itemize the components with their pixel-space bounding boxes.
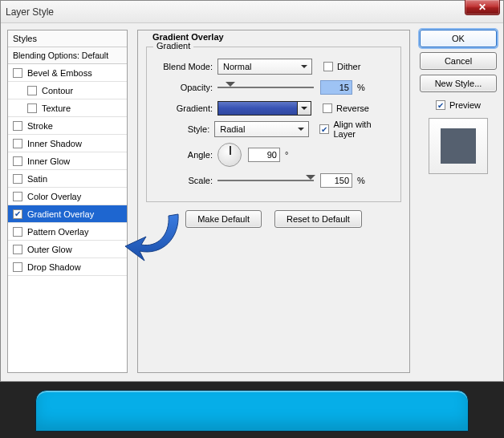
scale-unit: % xyxy=(357,176,365,185)
style-select[interactable]: Radial xyxy=(214,121,309,137)
style-row-stroke[interactable]: Stroke xyxy=(8,117,127,135)
reverse-label: Reverse xyxy=(336,103,369,113)
blend-mode-value: Normal xyxy=(223,62,251,71)
close-button[interactable]: ✕ xyxy=(465,0,500,15)
reverse-checkbox[interactable] xyxy=(323,103,332,113)
blending-options-row[interactable]: Blending Options: Default xyxy=(8,47,127,64)
style-checkbox[interactable] xyxy=(13,174,22,184)
styles-panel: Styles Blending Options: Default Bevel &… xyxy=(7,30,128,373)
style-row-inner-shadow[interactable]: Inner Shadow xyxy=(8,135,127,152)
blend-mode-select[interactable]: Normal xyxy=(217,59,312,75)
gradient-dropdown[interactable] xyxy=(297,101,311,116)
style-row-contour[interactable]: Contour xyxy=(8,82,127,99)
styles-header[interactable]: Styles xyxy=(8,30,127,47)
label-blend-mode: Blend Mode: xyxy=(155,62,217,71)
preview-label: Preview xyxy=(449,100,481,110)
dither-checkbox[interactable] xyxy=(323,62,333,71)
ok-button[interactable]: OK xyxy=(420,30,497,47)
preview-checkbox[interactable] xyxy=(436,100,445,110)
label-style: Style: xyxy=(155,124,214,134)
angle-unit: ° xyxy=(285,150,288,160)
preview-thumb xyxy=(441,128,476,164)
window-title: Layer Style xyxy=(6,6,54,18)
new-style-button[interactable]: New Style... xyxy=(420,75,497,92)
style-checkbox[interactable] xyxy=(13,262,22,272)
make-default-button[interactable]: Make Default xyxy=(185,210,262,228)
style-checkbox[interactable] xyxy=(13,121,22,131)
align-checkbox[interactable] xyxy=(319,124,329,134)
style-row-drop-shadow[interactable]: Drop Shadow xyxy=(8,258,127,276)
style-checkbox[interactable] xyxy=(13,68,22,78)
label-angle: Angle: xyxy=(155,150,217,160)
style-label: Satin xyxy=(27,174,47,184)
style-row-gradient-overlay[interactable]: Gradient Overlay xyxy=(8,205,127,223)
style-row-color-overlay[interactable]: Color Overlay xyxy=(8,188,127,205)
gradient-fieldset: Gradient Blend Mode: Normal Dither Opaci… xyxy=(146,47,401,202)
style-row-satin[interactable]: Satin xyxy=(8,170,127,188)
style-label: Inner Shadow xyxy=(27,139,82,148)
scale-slider[interactable] xyxy=(217,174,314,187)
settings-panel: Gradient Overlay Gradient Blend Mode: No… xyxy=(137,30,410,373)
style-label: Color Overlay xyxy=(27,192,81,201)
titlebar: Layer Style ✕ xyxy=(1,1,503,23)
style-row-inner-glow[interactable]: Inner Glow xyxy=(8,152,127,170)
style-checkbox[interactable] xyxy=(13,245,22,254)
style-label: Stroke xyxy=(27,121,53,131)
opacity-input[interactable]: 15 xyxy=(320,80,352,95)
scale-input[interactable]: 150 xyxy=(320,173,352,188)
angle-dial[interactable] xyxy=(217,143,242,167)
style-checkbox[interactable] xyxy=(27,86,37,95)
style-label: Outer Glow xyxy=(27,245,72,254)
style-row-pattern-overlay[interactable]: Pattern Overlay xyxy=(8,223,127,241)
opacity-unit: % xyxy=(357,83,365,92)
align-label: Align with Layer xyxy=(333,120,392,139)
style-label: Pattern Overlay xyxy=(27,227,88,237)
style-checkbox[interactable] xyxy=(13,209,22,219)
style-label: Texture xyxy=(42,103,71,113)
gradient-swatch[interactable] xyxy=(217,101,298,116)
style-checkbox[interactable] xyxy=(13,156,22,166)
preview-box xyxy=(429,118,488,174)
style-value: Radial xyxy=(220,124,245,134)
reset-default-button[interactable]: Reset to Default xyxy=(274,210,362,228)
style-row-outer-glow[interactable]: Outer Glow xyxy=(8,241,127,258)
style-label: Contour xyxy=(42,86,73,95)
label-opacity: Opacity: xyxy=(155,83,217,92)
label-gradient: Gradient: xyxy=(155,103,217,113)
style-label: Inner Glow xyxy=(27,156,70,166)
right-column: OK Cancel New Style... Preview xyxy=(420,30,497,373)
style-label: Gradient Overlay xyxy=(27,209,94,219)
style-checkbox[interactable] xyxy=(13,139,22,148)
style-row-bevel-emboss[interactable]: Bevel & Emboss xyxy=(8,64,127,82)
fieldset-title: Gradient xyxy=(153,41,193,51)
style-checkbox[interactable] xyxy=(27,103,37,113)
style-checkbox[interactable] xyxy=(13,192,22,201)
style-checkbox[interactable] xyxy=(13,227,22,237)
canvas-shape xyxy=(35,390,469,432)
opacity-slider[interactable] xyxy=(217,81,314,94)
cancel-button[interactable]: Cancel xyxy=(420,52,497,70)
dither-label: Dither xyxy=(337,62,360,71)
angle-input[interactable]: 90 xyxy=(248,148,280,162)
style-label: Bevel & Emboss xyxy=(27,68,92,78)
canvas-backdrop xyxy=(0,382,504,438)
label-scale: Scale: xyxy=(155,176,217,185)
style-row-texture[interactable]: Texture xyxy=(8,99,127,117)
style-label: Drop Shadow xyxy=(27,262,81,272)
